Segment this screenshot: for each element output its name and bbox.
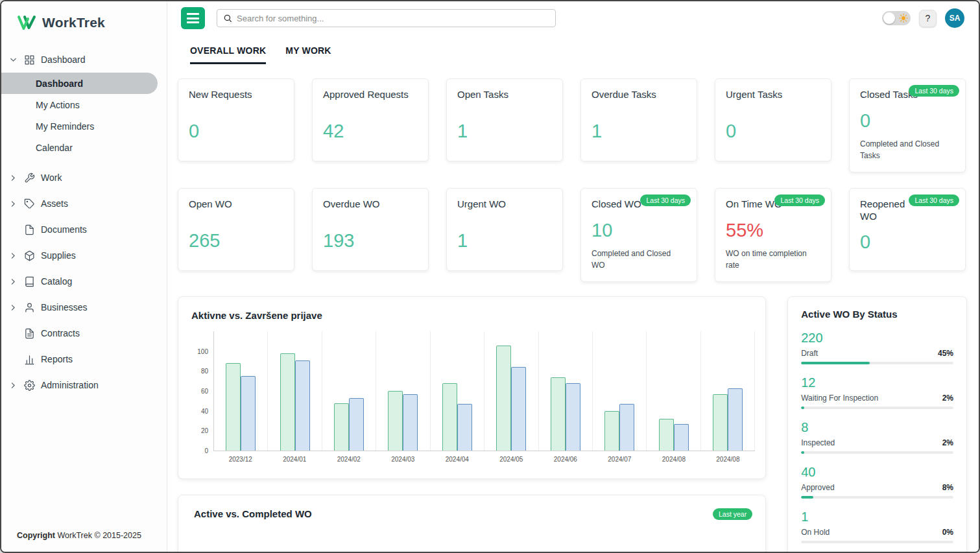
bar-zavrsene[interactable] [566,383,580,451]
stat-card-closed-tasks[interactable]: Last 30 days Closed Tasks 0 Completed an… [849,78,966,172]
sidebar-item-dashboard-group[interactable]: Dashboard [1,47,167,73]
bar-zavrsene[interactable] [674,424,689,451]
bar-aktivne[interactable] [496,346,511,451]
stat-card-urgent-wo[interactable]: Urgent WO 1 [446,188,563,271]
bar-zavrsene[interactable] [728,388,743,451]
bar-zavrsene[interactable] [511,367,526,451]
stat-card-value: 0 [726,121,820,142]
package-icon [23,250,35,261]
sidebar-subitem-calendar[interactable]: Calendar [1,137,167,158]
hamburger-menu-button[interactable] [181,7,205,29]
dashboard-grid-icon [23,54,35,65]
worktrek-logo-icon [17,14,36,31]
bar-aktivne[interactable] [442,383,457,451]
sidebar-nav: Dashboard Dashboard My Actions My Remind… [1,38,167,523]
stat-card-on-time-wo[interactable]: Last 30 days On Time WO 55% WO on time c… [715,188,831,282]
tab-my-work[interactable]: MY WORK [285,45,331,64]
sidebar-item-catalog[interactable]: Catalog [1,268,167,294]
wrench-icon [23,172,35,183]
bar-zavrsene[interactable] [457,404,472,451]
stat-card-open-wo[interactable]: Open WO 265 [178,188,294,271]
bar-aktivne[interactable] [280,353,295,451]
sidebar-subitem-dashboard[interactable]: Dashboard [1,73,158,94]
bar-aktivne[interactable] [334,403,349,451]
x-tick-label: 2024/03 [376,451,431,463]
sidebar-item-label: Supplies [41,250,76,261]
stat-cards-row-2: Open WO 265 Overdue WO 193 Urgent WO 1 L… [178,188,967,282]
sidebar-item-contracts[interactable]: Contracts [1,320,167,346]
search-input[interactable] [237,14,549,23]
bar-aktivne[interactable] [388,391,403,451]
stat-card-title: New Requests [189,89,283,101]
sidebar-item-administration[interactable]: Administration [1,372,167,398]
last-30-days-badge: Last 30 days [774,194,825,206]
sidebar-subitem-my-actions[interactable]: My Actions [1,94,167,115]
last-30-days-badge: Last 30 days [640,194,691,206]
sidebar-item-label: Work [41,172,62,183]
main-area: ? SA OVERALL WORK MY WORK New Requests 0… [167,1,979,552]
status-progress-track [801,496,953,499]
y-tick-label: 80 [201,368,208,375]
bar-chart-plot [213,331,755,451]
bar-zavrsene[interactable] [349,398,364,451]
stat-card-new-requests[interactable]: New Requests 0 [178,78,294,161]
sidebar-item-reports[interactable]: Reports [1,346,167,372]
x-tick-label: 2024/08 [701,451,756,463]
sidebar-item-supplies[interactable]: Supplies [1,242,167,268]
last-30-days-badge: Last 30 days [909,85,959,97]
sidebar-item-work[interactable]: Work [1,165,167,191]
contract-icon [23,328,35,339]
chevron-right-icon [9,174,18,182]
avatar[interactable]: SA [945,8,964,28]
bar-aktivne[interactable] [551,377,566,451]
bar-zavrsene[interactable] [403,394,418,451]
sidebar-subitem-label: Calendar [36,143,73,153]
sidebar-item-documents[interactable]: Documents [1,217,167,242]
status-progress-fill [801,451,804,454]
status-panel-title: Active WO By Status [801,309,953,320]
stat-card-overdue-wo[interactable]: Overdue WO 193 [312,188,429,271]
copyright-bold: Copyright [17,531,55,540]
bar-aktivne[interactable] [659,419,674,451]
sidebar-item-assets[interactable]: Assets [1,191,167,217]
stat-card-reopened-wo[interactable]: Last 30 days Reopened WO 0 [849,188,966,271]
chevron-right-icon [9,381,18,390]
active-wo-by-status-panel: Active WO By Status 220 Draft 45% 12 Wai… [787,296,967,552]
status-progress-track [801,451,953,454]
help-button[interactable]: ? [919,10,937,27]
chart-card-aktivne-vs-zavrsene: Aktivne vs. Završene prijave 02040608010… [178,296,766,479]
status-label: Draft [801,349,818,358]
bar-aktivne[interactable] [713,394,728,451]
sidebar-item-businesses[interactable]: Businesses [1,294,167,320]
bar-zavrsene[interactable] [241,376,256,451]
sidebar-subitem-my-reminders[interactable]: My Reminders [1,115,167,137]
sidebar-item-label: Assets [41,198,68,209]
stat-card-value: 55% [726,220,820,241]
tab-overall-work[interactable]: OVERALL WORK [190,45,266,64]
bar-group [214,331,268,451]
stat-card-urgent-tasks[interactable]: Urgent Tasks 0 [715,78,831,161]
stat-card-overdue-tasks[interactable]: Overdue Tasks 1 [580,78,697,161]
theme-toggle[interactable] [882,11,911,25]
brand-logo[interactable]: WorkTrek [1,1,167,38]
chevron-right-icon [9,303,18,312]
stat-card-approved-requests[interactable]: Approved Requests 42 [312,78,429,161]
status-count: 1 [801,510,953,524]
y-tick-label: 100 [197,348,208,355]
status-item-inspected: 8 Inspected 2% [801,420,953,454]
stat-card-value: 193 [323,230,418,252]
y-tick-label: 40 [201,408,208,415]
stat-card-open-tasks[interactable]: Open Tasks 1 [446,78,563,161]
charts-column: Aktivne vs. Završene prijave 02040608010… [178,296,766,552]
status-percent: 0% [942,528,953,537]
nav-spacer [1,158,167,165]
sidebar-subitem-label: My Actions [36,100,80,110]
status-label: Waiting For Inspection [801,394,878,403]
status-count: 220 [801,331,953,346]
bar-zavrsene[interactable] [295,360,310,451]
stat-card-closed-wo[interactable]: Last 30 days Closed WO 10 Completed and … [580,188,697,282]
bar-zavrsene[interactable] [619,404,634,451]
bar-aktivne[interactable] [226,363,241,451]
status-item-draft: 220 Draft 45% [801,331,953,364]
bar-aktivne[interactable] [604,411,619,451]
